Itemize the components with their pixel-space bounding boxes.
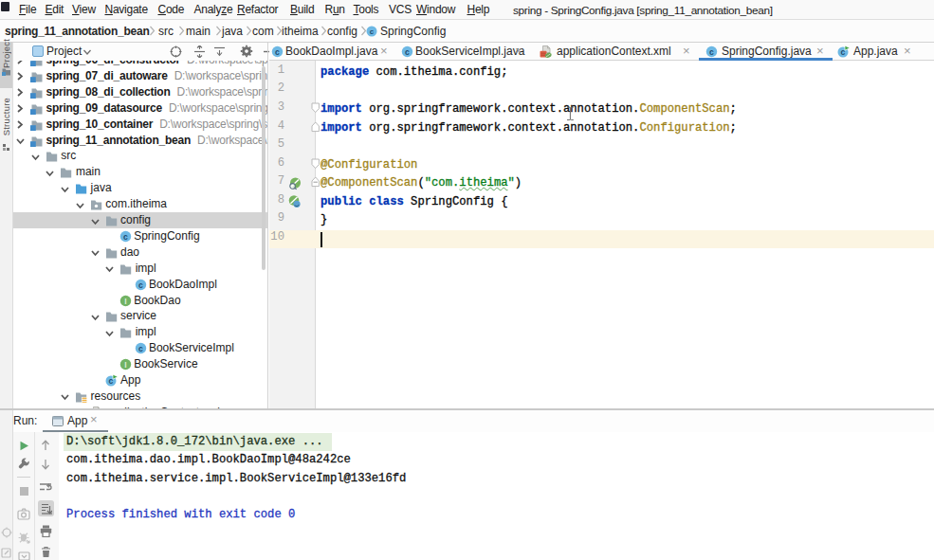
svg-text:c: c [370, 27, 375, 36]
